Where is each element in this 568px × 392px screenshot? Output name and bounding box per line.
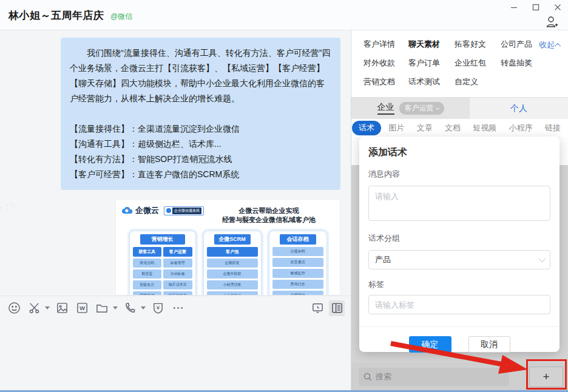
brand-name: 企微云	[135, 205, 159, 216]
emoji-icon[interactable]	[6, 300, 22, 316]
chat-history-icon[interactable]	[309, 300, 325, 316]
folder-icon[interactable]	[94, 300, 110, 316]
script-group-select[interactable]: 产品	[368, 250, 550, 269]
message-content-label: 消息内容	[368, 169, 550, 180]
feature-line: 【客户可经营】：直连客户微信的SCRM系统	[70, 167, 331, 182]
enterprise-group-dropdown[interactable]: 客户运营	[399, 102, 444, 115]
chat-title: 林小姐～五周年店庆	[8, 8, 104, 22]
column-session-archive: 会话存档 合规存档 语音通话 敏感监控 查询日志 合规审计 安全管理	[269, 231, 327, 296]
tab-mini-programs[interactable]: 小程序	[504, 121, 538, 135]
nav-external-payment[interactable]: 对外收款	[363, 58, 408, 69]
tab-short-videos[interactable]: 短视频	[468, 121, 501, 135]
chevron-up-icon	[555, 42, 561, 49]
nav-enterprise-redpacket[interactable]: 企业红包	[455, 58, 501, 69]
confirm-button[interactable]: 确定	[409, 336, 451, 353]
badge-icon	[166, 208, 171, 213]
column-scrm: 企微SCRM 客户池 企微好友 企微外部群 小程序访客 公众号粉丝 客户管理 企…	[203, 231, 262, 296]
message-content-textarea[interactable]	[368, 186, 550, 221]
tab-links[interactable]: 链接	[540, 121, 566, 135]
feature-lines: 【流量接得住】：全渠道流量沉淀到企业微信 【沟通有工具】：超级侧边栏、话术库..…	[70, 121, 331, 182]
nav-marketing-docs[interactable]: 营销文档	[363, 76, 408, 87]
call-dropdown-caret[interactable]	[141, 306, 146, 309]
screenshot-icon[interactable]	[26, 300, 42, 316]
tab-enterprise[interactable]: 企业 客户运营	[351, 98, 470, 119]
folder-dropdown-caret[interactable]	[113, 306, 118, 309]
tab-scripts[interactable]: 话术	[352, 121, 381, 135]
modal-title: 添加话术	[368, 146, 550, 159]
image-icon[interactable]	[54, 300, 70, 316]
minimize-button[interactable]	[507, 1, 521, 13]
chat-panel: 2775 我们围绕“流量接得住、沟通有工具、转化有方法、客户可经营”四个业务场景…	[0, 30, 351, 392]
nav-customer-orders[interactable]: 客户订单	[408, 58, 455, 69]
image-card-title: 企微云帮助企业实现 经营与裂变企业微信私域客户池	[204, 205, 334, 225]
product-columns: 营销增长 获客工具 客户运营 渠道活码 标签管理 裂变宝 自动标签 智能名片 聊…	[116, 227, 340, 296]
svg-text:W: W	[79, 305, 85, 311]
more-icon[interactable]	[170, 300, 186, 316]
message-paragraph: 我们围绕“流量接得住、沟通有工具、转化有方法、客户可经营”四个业务场景，企微云主…	[70, 46, 331, 106]
word-file-icon[interactable]: W	[74, 300, 90, 316]
nav-customer-detail[interactable]: 客户详情	[363, 39, 408, 50]
side-panel-toggle-icon[interactable]	[329, 300, 345, 316]
feature-line: 【流量接得住】：全渠道流量沉淀到企业微信	[70, 121, 331, 137]
column-marketing-growth: 营销增长 获客工具 客户运营 渠道活码 标签管理 裂变宝 自动标签 智能名片 聊…	[129, 231, 196, 296]
chevron-down-icon	[435, 106, 439, 110]
material-type-tabs: 话术 图片 文章 文档 短视频 小程序 链接	[351, 119, 568, 137]
nav-chat-materials[interactable]: 聊天素材	[408, 39, 455, 50]
script-group-label: 话术分组	[368, 233, 550, 244]
tab-images[interactable]: 图片	[384, 121, 409, 135]
add-script-modal: 添加话术 消息内容 话术分组 产品 标签 确定 取消	[359, 137, 560, 352]
tab-personal[interactable]: 个人	[470, 98, 568, 119]
voice-call-icon[interactable]	[122, 300, 138, 316]
modal-divider	[359, 326, 560, 327]
tag-input[interactable]	[368, 295, 550, 314]
nav-custom[interactable]: 自定义	[455, 76, 501, 87]
brand-block: 企微云 企业微信服务商	[122, 205, 204, 216]
maximize-button[interactable]	[529, 1, 543, 13]
brand-badge: 企业微信服务商	[164, 206, 204, 215]
app-window: 林小姐～五周年店庆 @微信 2775 我	[0, 0, 568, 392]
nav-script-test[interactable]: 话术测试	[408, 76, 455, 87]
watermark: 2775	[0, 199, 18, 217]
payment-icon[interactable]: ¥	[150, 300, 166, 316]
message-list: 2775 我们围绕“流量接得住、沟通有工具、转化有方法、客户可经营”四个业务场景…	[0, 30, 351, 296]
sidebar-nav-menu: 客户详情 聊天素材 拓客好文 公司产品 对外收款 客户订单 企业红包 转盘抽奖 …	[351, 30, 568, 98]
message-input-area[interactable]: 发送(S)	[0, 320, 351, 392]
tag-label: 标签	[368, 279, 550, 290]
wechat-source-tag: @微信	[110, 12, 132, 22]
selected-group: 产品	[375, 254, 539, 265]
chevron-down-icon	[539, 255, 546, 262]
window-controls	[507, 1, 564, 13]
collapse-button[interactable]: 收起	[539, 39, 561, 50]
image-card-header: 企微云 企业微信服务商 企微云帮助企业实现 经营与裂变企业微信私域客户池	[116, 200, 340, 227]
cancel-button[interactable]: 取消	[468, 336, 510, 353]
add-member-icon[interactable]	[544, 15, 560, 29]
title-bar: 林小姐～五周年店庆 @微信	[0, 0, 568, 30]
chat-toolbar: W ¥	[0, 296, 351, 320]
nav-prospect-articles[interactable]: 拓客好文	[455, 39, 501, 50]
scope-tabs: 企业 客户运营 个人	[351, 98, 568, 119]
product-image-message[interactable]: 企微云 企业微信服务商 企微云帮助企业实现 经营与裂变企业微信私域客户池 营销增…	[115, 199, 340, 296]
feature-line: 【转化有方法】：智能SOP打造销冠流水线	[70, 152, 331, 167]
nav-lucky-wheel[interactable]: 转盘抽奖	[501, 58, 547, 69]
chat-bubble: 我们围绕“流量接得住、沟通有工具、转化有方法、客户可经营”四个业务场景，企微云主…	[61, 38, 340, 190]
close-button[interactable]	[551, 1, 564, 13]
svg-text:¥: ¥	[155, 304, 160, 311]
tab-documents[interactable]: 文档	[440, 121, 465, 135]
screenshot-dropdown-caret[interactable]	[45, 306, 50, 309]
badge-label: 企业微信服务商	[172, 208, 201, 214]
feature-line: 【沟通有工具】：超级侧边栏、话术库...	[70, 137, 331, 152]
tab-articles[interactable]: 文章	[412, 121, 438, 135]
cloud-logo-icon	[122, 206, 133, 215]
